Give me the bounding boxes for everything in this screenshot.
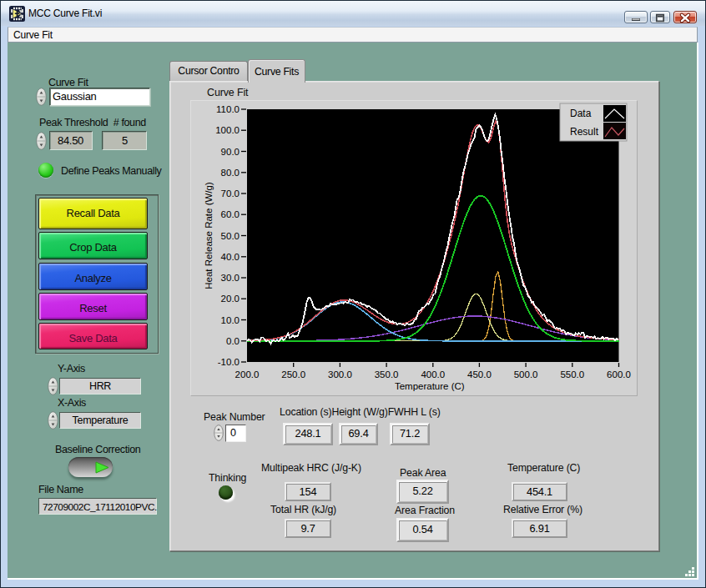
svg-text:-10.0: -10.0	[218, 357, 240, 367]
svg-text:250.0: 250.0	[281, 369, 305, 379]
svg-text:10.0: 10.0	[221, 315, 240, 325]
svg-text:200.0: 200.0	[235, 369, 260, 379]
svg-text:70.0: 70.0	[221, 188, 240, 199]
svg-text:600.0: 600.0	[607, 369, 631, 379]
svg-text:Data: Data	[570, 108, 592, 119]
svg-text:350.0: 350.0	[375, 369, 399, 379]
svg-text:500.0: 500.0	[514, 369, 538, 379]
svg-text:0.0: 0.0	[226, 336, 240, 346]
svg-text:110.0: 110.0	[216, 104, 240, 114]
svg-text:550.0: 550.0	[560, 369, 584, 379]
svg-text:Heat Release Rate (W/g): Heat Release Rate (W/g)	[204, 182, 214, 289]
svg-text:Result: Result	[570, 126, 599, 138]
svg-text:300.0: 300.0	[328, 369, 352, 379]
svg-text:90.0: 90.0	[221, 147, 240, 157]
svg-text:20.0: 20.0	[221, 294, 240, 304]
svg-text:450.0: 450.0	[467, 369, 492, 379]
svg-text:80.0: 80.0	[221, 168, 240, 178]
svg-text:50.0: 50.0	[221, 231, 240, 241]
svg-text:100.0: 100.0	[215, 125, 240, 135]
svg-text:Temperature (C): Temperature (C)	[395, 381, 465, 391]
svg-text:400.0: 400.0	[421, 369, 445, 379]
svg-text:40.0: 40.0	[221, 252, 240, 262]
svg-text:60.0: 60.0	[221, 209, 240, 219]
svg-text:30.0: 30.0	[221, 273, 240, 283]
